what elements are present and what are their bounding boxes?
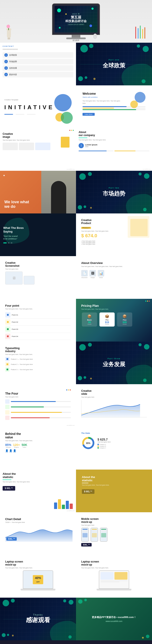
stat-info: $ 625.7 Your text goes here Category A C… — [97, 438, 110, 448]
slide-laptop-right: Laptop screenmock-up Your text goes here… — [76, 555, 152, 598]
slide-typesetting: Typesettingindustry Your text goes here.… — [0, 342, 76, 384]
blob-teal-5 — [78, 76, 83, 81]
slide-cover: 20XX 年 第五届 科技新品研讨会 主题演讲 技术分享 成果展示 壹鸟图库 — [0, 0, 152, 43]
blob — [7, 634, 9, 636]
row-icon — [5, 410, 10, 414]
pricing-title: Pricing Plan — [81, 304, 147, 308]
point-label: Point 03 — [12, 328, 18, 330]
behind-value-body: Your text goes here. Your text goes here… — [5, 440, 71, 442]
point-item: Point 03 — [5, 326, 71, 333]
stat-item: 85% Success — [5, 443, 11, 448]
type-item: Feature 1 — Your text goes here — [5, 357, 71, 361]
about-stat-right-content: About thestatistic Your text goes here. … — [79, 473, 149, 496]
blob-teal-6 — [85, 76, 87, 79]
welcome-btn[interactable]: Learn More — [83, 113, 95, 116]
blob — [12, 635, 14, 636]
plan-period: /month — [83, 324, 96, 325]
row-13: Chart Detail 72018 — Your text goes here — [0, 512, 152, 555]
row-7: CreativeScreenshot Your text goes here 🖥… — [0, 256, 152, 299]
about-stat-right-body: Your text goes here. Your text goes here… — [82, 484, 146, 486]
vase-decoration — [7, 22, 11, 40]
blob-yellow-1 — [93, 78, 96, 80]
row-bar — [11, 406, 71, 408]
blob — [69, 600, 73, 604]
laptop-right-title: Laptop screenmock-up — [81, 560, 147, 566]
list-text: 全球政策 — [9, 54, 17, 56]
screen-cards — [100, 572, 127, 580]
img-label: Images — [89, 277, 96, 278]
blob — [88, 172, 92, 176]
list-num: 1 — [4, 53, 8, 57]
thanks-zh: 感谢观看 — [26, 616, 50, 624]
chart-detail-title: Chart Detail — [5, 518, 71, 521]
plan-price: $9 — [83, 321, 96, 324]
blob — [90, 207, 92, 209]
deco-circle-yellow — [130, 100, 138, 108]
market-trend-text: Part two 市场趋势 — [103, 187, 125, 198]
legend-item: Category B — [97, 446, 110, 447]
stat-value: $ 625.7 — [97, 438, 110, 441]
mobile-body: Your text goes here — [81, 524, 147, 526]
mobile-content: Mobile screenmock-up Your text goes here — [79, 515, 149, 549]
plan-name: Plus — [118, 319, 131, 321]
list-item: 2 市场趋势 — [3, 59, 73, 64]
overview-item: 📄 Document — [81, 270, 88, 278]
doc-icon: 📄 — [81, 270, 88, 276]
row-2: CONTENT XXXXXXXXXXXXXXX 1 全球政策 2 市场趋势 3 … — [0, 43, 152, 86]
phone-3 — [100, 528, 107, 542]
four-row — [5, 416, 71, 420]
dolor-text: dolor — [85, 146, 97, 147]
person-icon: 👤 — [5, 449, 9, 452]
type-icon — [5, 357, 10, 361]
donut-value: 65% — [86, 442, 90, 444]
stat-num: 85% — [5, 443, 11, 446]
chart-detail-content: Chart Detail 72018 — Your text goes here — [3, 515, 73, 544]
row-bar — [11, 417, 71, 419]
creative-slide-content: Creativeslide Your text goes here — [79, 387, 149, 420]
slide-the-stat: The State 65% $ 625.7 Your text goes her… — [76, 427, 152, 470]
sep-line — [79, 138, 87, 138]
stat-num: 120+ — [13, 443, 20, 446]
creative-slide-title: Creativeslide — [81, 390, 147, 396]
pricing-content: Pricing Plan Your text goes here. Your t… — [79, 302, 149, 329]
boss-text: What The BossSaying "Don't be scaredto b… — [3, 226, 73, 243]
price-card-plus: 📦 Plus $29 /month — [117, 312, 132, 326]
about-company-body: Your text goes here. Your text goes here… — [79, 139, 149, 141]
point-label: Point 04 — [12, 336, 18, 338]
four-point-body: Your text goes here. Your text goes here… — [5, 308, 71, 310]
stat-row: 85% Success 120+ Projects 50K Users — [5, 443, 71, 448]
screenshot-title: CreativeScreenshot — [5, 261, 71, 268]
product-content: CreativeProduct PRODUCT Your text goes h… — [79, 216, 149, 248]
list-num: 2 — [4, 60, 8, 63]
behind-value-content: Behind thevalue Your text goes here. You… — [3, 430, 73, 455]
blob-teal-1 — [80, 45, 88, 52]
slide-business-dev: Part three 业务发展 — [76, 342, 152, 384]
laptop-shape: 40%OFF — [23, 570, 53, 590]
nav-dots — [3, 242, 73, 243]
slide-content-list: CONTENT XXXXXXXXXXXXXXX 1 全球政策 2 市场趋势 3 … — [0, 43, 76, 86]
phone-mockups — [81, 528, 147, 542]
point-label: Point 01 — [12, 314, 18, 316]
type-label: Feature 2 — Your text goes here — [11, 364, 33, 365]
row-6: What The BossSaying "Don't be scaredto b… — [0, 214, 152, 256]
four-rows — [5, 399, 71, 420]
row-bar — [11, 400, 71, 402]
blob — [84, 599, 87, 601]
stat-item: 120+ Projects — [13, 443, 20, 448]
type-icon — [5, 367, 10, 372]
blob — [2, 633, 6, 637]
laptop-shape-right — [99, 570, 129, 590]
svg-rect-2 — [7, 328, 9, 330]
about-company-stat: 1 Lorem ipsum dolor — [79, 143, 149, 148]
laptop-screen-right — [99, 570, 129, 589]
white-sep — [82, 483, 88, 483]
slide-about-company: Aboutour company Your text goes here. Yo… — [76, 128, 152, 171]
phone-2 — [91, 528, 98, 542]
monitor: 20XX 年 第五届 科技新品研讨会 主题演讲 技术分享 成果展示 — [52, 4, 100, 39]
four-row — [5, 405, 71, 409]
row-icon — [5, 416, 10, 420]
green-circle — [61, 112, 73, 124]
stat-label: Projects — [13, 446, 20, 448]
part-label: Part one — [103, 59, 125, 61]
blob — [138, 343, 141, 346]
